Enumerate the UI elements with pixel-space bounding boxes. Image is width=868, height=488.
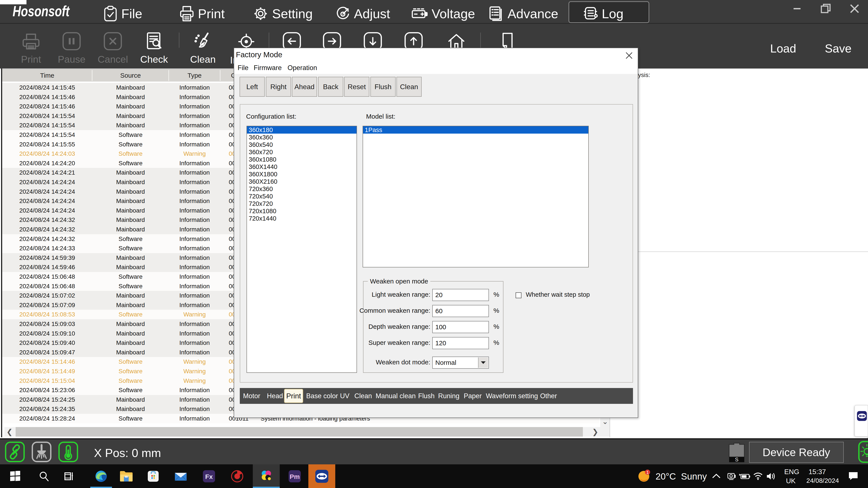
svg-text:S: S — [735, 457, 739, 462]
svg-text:1: 1 — [646, 470, 649, 475]
svg-text:Fx: Fx — [205, 473, 213, 480]
svg-text:Pm: Pm — [290, 473, 300, 480]
